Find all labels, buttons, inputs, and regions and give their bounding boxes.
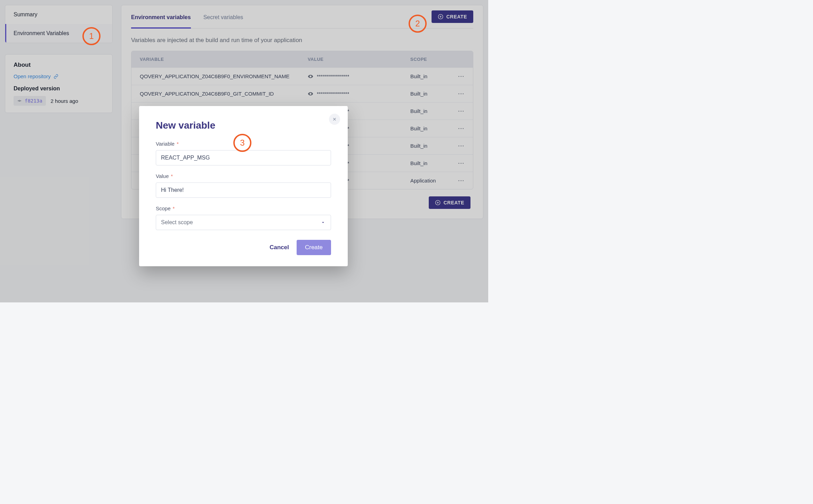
new-variable-modal: New variable Variable* Value* Scope* Sel… [139, 106, 348, 266]
close-icon [332, 117, 337, 122]
required-asterisk: * [171, 173, 173, 179]
create-variable-button[interactable]: Create [297, 240, 331, 255]
annotation-1: 1 [82, 27, 100, 45]
value-field-label-text: Value [156, 173, 169, 179]
annotation-2: 2 [409, 15, 427, 33]
scope-field-label: Scope* [156, 205, 331, 211]
variable-name-input[interactable] [156, 150, 331, 165]
modal-close-button[interactable] [329, 114, 340, 125]
modal-actions: Cancel Create [156, 240, 331, 255]
cancel-button[interactable]: Cancel [269, 244, 289, 251]
scope-field-label-text: Scope [156, 205, 171, 211]
value-field-label: Value* [156, 173, 331, 179]
scope-select[interactable]: Select scope [156, 215, 331, 230]
required-asterisk: * [173, 205, 175, 211]
modal-title: New variable [156, 120, 331, 131]
variable-field-label-text: Variable [156, 141, 175, 147]
required-asterisk: * [177, 141, 179, 147]
annotation-3: 3 [233, 134, 251, 152]
variable-value-input[interactable] [156, 182, 331, 198]
